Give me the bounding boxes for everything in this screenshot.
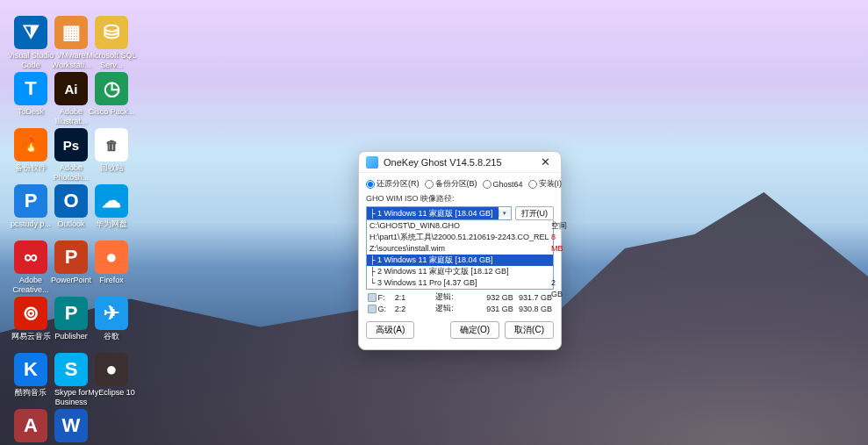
dropdown-item[interactable]: └ 3 Windows 11 Pro [4.37 GB]: [367, 277, 553, 289]
app-icon-glyph: ●: [95, 240, 128, 274]
app-icon-glyph: Ai: [54, 72, 88, 105]
partition-free: 930.8 GB: [513, 305, 554, 313]
app-icon-glyph: ▦: [54, 16, 88, 49]
desktop-icon-label: 谷歌: [104, 332, 119, 341]
desktop-icon-label: Cisco Pack...: [89, 107, 135, 117]
app-icon-glyph: ✈: [95, 297, 128, 330]
partition-num: 2:2: [395, 305, 419, 313]
app-icon-glyph: P: [54, 297, 88, 330]
app-icon: [366, 156, 378, 169]
radio-label: 还原分区(R): [377, 178, 420, 190]
desktop-icon-label: Publisher: [54, 332, 88, 341]
app-icon-glyph: Ps: [54, 128, 88, 161]
desktop-icon[interactable]: ●MyEclipse 10: [84, 353, 139, 398]
advanced-button[interactable]: 高级(A): [366, 321, 414, 339]
app-icon-glyph: ●: [95, 353, 128, 386]
desktop-icon[interactable]: ◷Cisco Pack...: [84, 72, 139, 117]
mode-radio[interactable]: 备份分区(B): [425, 178, 477, 190]
partition-total: 931 GB: [470, 305, 513, 313]
side-values: 空间 8 MB 2 GB: [551, 220, 569, 300]
app-icon-glyph: K: [14, 353, 47, 386]
desktop-icon[interactable]: 🗑回收站: [84, 128, 139, 173]
partition-label: 逻辑:: [419, 303, 471, 314]
onekey-ghost-dialog: OneKey Ghost V14.5.8.215 ✕ 还原分区(R)备份分区(B…: [358, 151, 562, 350]
dropdown-item[interactable]: Z:\sources\install.wim: [367, 243, 553, 255]
app-icon-glyph: ☁: [95, 184, 128, 218]
image-path-label: GHO WIM ISO 映像路径:: [366, 193, 554, 205]
app-icon-glyph: 🔥: [14, 128, 47, 161]
desktop-icon-label: 回收站: [100, 163, 124, 173]
desktop-icon-label: 华为网盘: [96, 219, 127, 229]
app-icon-glyph: ⧩: [14, 16, 47, 49]
desktop-icon[interactable]: ⛁Microsoft SQL Serv...: [84, 16, 139, 70]
app-icon-glyph: ∞: [14, 240, 47, 274]
desktop-icon[interactable]: ✈谷歌: [84, 297, 139, 341]
image-path-combobox[interactable]: ├ 1 Windows 11 家庭版 [18.04 GB] ▾: [366, 206, 512, 220]
disk-icon: [368, 305, 377, 313]
mode-radio[interactable]: 安装(I): [528, 178, 563, 190]
mode-radio[interactable]: Ghost64: [483, 178, 523, 190]
close-icon[interactable]: ✕: [537, 155, 554, 169]
app-icon-glyph: ⊚: [14, 297, 47, 330]
mode-radio[interactable]: 还原分区(R): [366, 178, 420, 190]
partition-num: 2:1: [395, 293, 419, 302]
app-icon-glyph: ◷: [95, 72, 128, 105]
partition-row[interactable]: G:2:2逻辑:931 GB930.8 GB: [366, 303, 554, 314]
desktop-icon-label: Outlook: [57, 219, 84, 229]
open-button[interactable]: 打开(U): [515, 206, 555, 220]
image-dropdown-list[interactable]: 空间 8 MB 2 GB C:\GHOST\D_WIN8.GHOH:\part1…: [366, 220, 554, 290]
app-icon-glyph: 🗑: [95, 128, 128, 161]
desktop-icon-label: 酷狗音乐: [15, 388, 47, 398]
ok-button[interactable]: 确定(O): [450, 321, 499, 339]
radio-label: Ghost64: [493, 180, 523, 189]
desktop-icon-label: ToDesk: [18, 107, 44, 117]
mode-radio-row: 还原分区(R)备份分区(B)Ghost64安装(I): [366, 178, 554, 190]
app-icon-glyph: ⛁: [95, 16, 128, 49]
partition-letter: F:: [377, 293, 394, 302]
combobox-selected: ├ 1 Windows 11 家庭版 [18.04 GB]: [367, 207, 499, 219]
dropdown-item[interactable]: H:\part1\系统工具\22000.51.210619-2243.CO_RE…: [367, 232, 553, 243]
desktop-icon[interactable]: WWord: [44, 409, 98, 445]
app-icon-glyph: P: [14, 184, 47, 218]
radio-label: 安装(I): [539, 178, 563, 190]
desktop-icon-label: 备份软件: [15, 163, 47, 173]
partition-row[interactable]: F:2:1逻辑:932 GB931.7 GB: [366, 291, 554, 303]
dropdown-item[interactable]: C:\GHOST\D_WIN8.GHO: [367, 220, 553, 232]
desktop-icon-label: Microsoft SQL Serv...: [84, 51, 139, 70]
app-icon-glyph: T: [14, 72, 47, 105]
app-icon-glyph: S: [54, 353, 88, 386]
partition-letter: G:: [377, 305, 394, 313]
app-icon-glyph: A: [14, 409, 47, 442]
radio-label: 备份分区(B): [435, 178, 477, 190]
dropdown-item[interactable]: ├ 2 Windows 11 家庭中文版 [18.12 GB]: [367, 266, 553, 277]
cancel-button[interactable]: 取消(C): [505, 321, 554, 339]
desktop-icon[interactable]: ●Firefox: [84, 240, 139, 285]
partition-free: 931.7 GB: [513, 293, 554, 302]
dialog-titlebar[interactable]: OneKey Ghost V14.5.8.215 ✕: [359, 152, 561, 173]
dropdown-item[interactable]: ├ 1 Windows 11 家庭版 [18.04 GB]: [367, 255, 553, 266]
partition-total: 932 GB: [470, 293, 513, 302]
chevron-down-icon[interactable]: ▾: [499, 210, 511, 217]
app-icon-glyph: W: [54, 409, 88, 442]
desktop-icon-label: MyEclipse 10: [88, 388, 135, 398]
dialog-title: OneKey Ghost V14.5.8.215: [384, 157, 537, 168]
partition-label: 逻辑:: [419, 291, 471, 303]
disk-icon: [368, 293, 377, 302]
desktop-icon-label: Firefox: [99, 276, 124, 285]
partition-table: F:2:1逻辑:932 GB931.7 GBG:2:2逻辑:931 GB930.…: [366, 291, 554, 314]
app-icon-glyph: O: [54, 184, 88, 218]
app-icon-glyph: P: [54, 240, 88, 274]
desktop-icon[interactable]: ☁华为网盘: [84, 184, 139, 229]
